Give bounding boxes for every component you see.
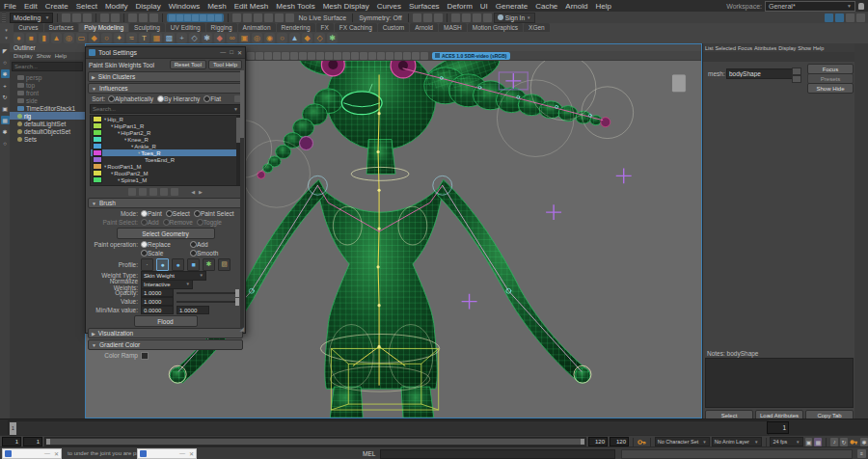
outliner-item-rig[interactable]: rig xyxy=(10,112,85,120)
filter-icon[interactable]: ▼ xyxy=(233,106,240,112)
attribute-editor-toggle-icon[interactable] xyxy=(825,14,833,22)
bookmarks-icon[interactable] xyxy=(273,52,281,60)
animation-start-field[interactable]: 1 xyxy=(2,437,21,446)
weight-hammer-icon[interactable] xyxy=(149,188,157,196)
close-icon[interactable]: ✕ xyxy=(237,49,242,56)
collapse-icon[interactable] xyxy=(792,75,801,83)
paint-selection-tool-icon[interactable]: ✱ xyxy=(1,69,10,78)
input-connections-icon[interactable] xyxy=(413,14,421,22)
paint-op-radio-replace[interactable] xyxy=(141,241,148,248)
isolate-select-icon[interactable] xyxy=(386,52,393,60)
auto-key-icon[interactable] xyxy=(850,438,858,446)
in-view-widget[interactable] xyxy=(671,74,686,93)
workspace-lock-icon[interactable] xyxy=(858,3,864,10)
outliner-item-timeeditorstack1[interactable]: TimeEditorStack1 xyxy=(10,104,85,112)
profile-splatter-icon[interactable]: ✱ xyxy=(203,258,215,271)
max-value-field[interactable]: 1.0000 xyxy=(176,306,209,314)
menu-arnold[interactable]: Arnold xyxy=(561,2,591,11)
menu-ui[interactable]: UI xyxy=(476,2,492,11)
menu-modify[interactable]: Modify xyxy=(101,2,132,11)
xgen-icon[interactable]: ✱ xyxy=(327,33,338,43)
platonic-solid-icon[interactable]: ○ xyxy=(101,33,112,43)
frame-selection-icon[interactable] xyxy=(377,52,385,60)
paint-select-radio-add[interactable] xyxy=(141,219,148,226)
tool-help-button[interactable]: Tool Help xyxy=(208,60,242,69)
shelf-tab-mash[interactable]: MASH xyxy=(439,23,467,32)
range-track[interactable] xyxy=(44,437,586,446)
select-tool-icon[interactable]: ◤ xyxy=(1,46,10,55)
value-field[interactable]: 1.0000 xyxy=(141,297,174,306)
sound-icon[interactable]: ♪ xyxy=(830,438,838,446)
zoom-tool-icon[interactable]: ○ xyxy=(1,139,10,148)
colorspace-indicator[interactable]: ACES 1.0 SDR-video (sRGB) xyxy=(432,52,510,60)
mode-radio-paint[interactable] xyxy=(141,210,148,217)
menu-curves[interactable]: Curves xyxy=(373,2,405,11)
paint-op-radio-scale[interactable] xyxy=(141,250,148,256)
mask-surfaces-icon[interactable] xyxy=(192,14,199,21)
outliner-item-top[interactable]: top xyxy=(10,81,85,89)
shelf-tab-fx[interactable]: FX xyxy=(316,23,334,32)
mask-rendering-icon[interactable] xyxy=(215,14,222,21)
playblast-icon[interactable]: ▣ xyxy=(239,33,250,43)
influence-spine1-m[interactable]: ▾Spine1_M xyxy=(91,176,240,183)
floating-mini-window-2[interactable]: —✕ xyxy=(137,448,197,459)
mask-handles-icon[interactable] xyxy=(169,14,176,21)
normalize-weights-dropdown[interactable]: Interactive▼ xyxy=(141,280,193,289)
modeling-toolkit-toggle-icon[interactable] xyxy=(856,14,865,22)
undo-icon[interactable] xyxy=(100,14,109,22)
ae-menu-display[interactable]: Display xyxy=(778,45,796,51)
open-render-view-icon[interactable] xyxy=(451,14,460,22)
ae-menu-list[interactable]: List xyxy=(705,45,714,51)
anim-layer-dropdown[interactable]: No Anim Layer▼ xyxy=(712,437,762,446)
profile-solid-icon[interactable]: ● xyxy=(172,258,184,271)
image-plane-icon[interactable] xyxy=(282,52,289,60)
tool-settings-toggle-icon[interactable] xyxy=(835,14,844,22)
open-scene-icon[interactable] xyxy=(72,14,81,22)
svg-tool-icon[interactable]: ▦ xyxy=(151,33,162,43)
mask-dynamics-icon[interactable] xyxy=(207,14,214,21)
shelf-tab-sculpting[interactable]: Sculpting xyxy=(129,23,165,32)
minimize-icon[interactable]: — xyxy=(220,49,226,56)
shelf-tab-rigging[interactable]: Rigging xyxy=(206,23,237,32)
component-mode-icon[interactable]: ▦ xyxy=(1,116,10,124)
tool-settings-titlebar[interactable]: Tool Settings — □ ✕ xyxy=(86,47,245,59)
prev-influence-icon[interactable]: ◀ xyxy=(191,189,195,195)
grease-pencil-icon[interactable] xyxy=(299,52,307,60)
outliner-search[interactable] xyxy=(12,62,83,71)
character-set-dropdown[interactable]: No Character Set▼ xyxy=(655,437,710,446)
frame-all-icon[interactable] xyxy=(368,52,376,60)
menu-mesh-tools[interactable]: Mesh Tools xyxy=(272,2,318,11)
current-frame-field[interactable]: 1 xyxy=(767,421,789,434)
playblast-options-icon[interactable]: ▣ xyxy=(805,438,813,446)
outliner-item-front[interactable]: front xyxy=(10,89,85,96)
caret-icon[interactable]: ▾ xyxy=(118,130,120,135)
2d-pan-zoom-icon[interactable] xyxy=(290,52,298,60)
menu-edit-mesh[interactable]: Edit Mesh xyxy=(231,2,273,11)
poly-cube-icon[interactable]: ■ xyxy=(26,33,37,43)
shelf-tab-xgen[interactable]: XGen xyxy=(524,23,550,32)
outliner-item-defaultlightset[interactable]: defaultLightSet xyxy=(10,120,85,127)
show-hide-button[interactable]: Show Hide xyxy=(807,83,854,94)
keyframe-icon[interactable]: ◆ xyxy=(214,33,225,43)
shelf-tab-uv-editing[interactable]: UV Editing xyxy=(166,23,205,32)
profile-point-icon[interactable]: · xyxy=(141,258,153,271)
move-tool-icon[interactable]: + xyxy=(1,81,10,90)
influence-toes-r[interactable]: ▾Toes_R xyxy=(91,149,240,156)
script-editor-icon[interactable]: ≡ xyxy=(857,449,866,458)
paint-select-icon[interactable] xyxy=(149,14,158,22)
rotate-tool-icon[interactable]: ↻ xyxy=(1,93,10,101)
select-camera-icon[interactable] xyxy=(247,52,255,60)
mel-command-input[interactable] xyxy=(380,449,615,459)
menu-edit[interactable]: Edit xyxy=(20,2,41,11)
construction-history-icon[interactable] xyxy=(434,14,443,22)
snap-curve-icon[interactable] xyxy=(243,14,252,22)
ipr-render-icon[interactable]: ○ xyxy=(277,33,287,43)
resize-grip[interactable]: ◢ xyxy=(239,325,244,332)
menu-set-selector[interactable]: Modeling▼ xyxy=(10,13,53,23)
sort-radio-flat[interactable] xyxy=(203,95,210,102)
paint-op-radio-add[interactable] xyxy=(190,241,197,248)
shelf-tab-arnold[interactable]: Arnold xyxy=(410,23,438,32)
move-weights-icon[interactable] xyxy=(160,188,168,196)
influence-rootpart2-m[interactable]: ▾RootPart2_M xyxy=(91,170,240,176)
menu-surfaces[interactable]: Surfaces xyxy=(405,2,444,11)
